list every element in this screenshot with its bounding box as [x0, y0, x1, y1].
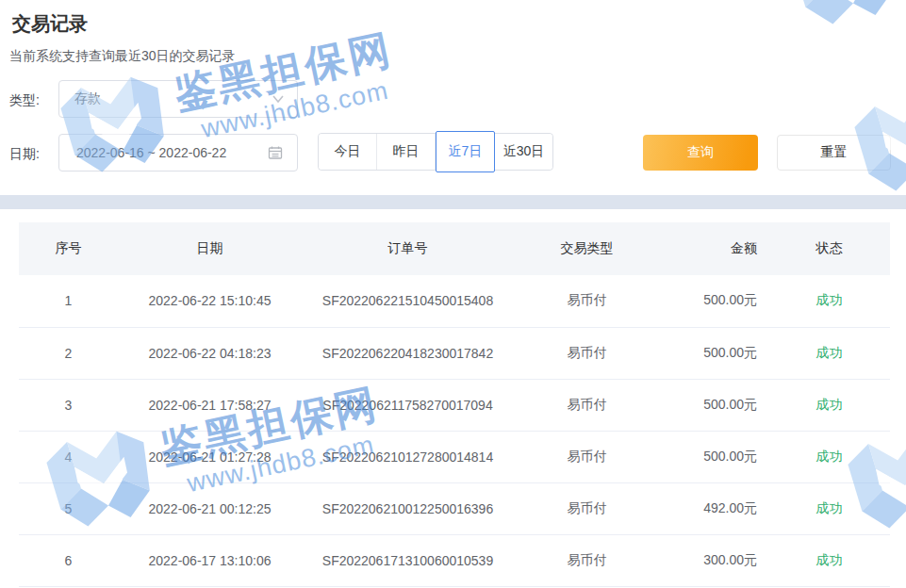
chevron-down-icon: [272, 95, 284, 103]
status-cell: 成功: [768, 534, 890, 586]
table-row: 12022-06-22 15:10:45SF202206221510450015…: [19, 275, 890, 327]
amount-cell: 300.00元: [660, 534, 768, 586]
order-no-cell: SF202206221510450015408: [302, 275, 514, 327]
divider-band: [0, 195, 906, 209]
quick-range-button[interactable]: 近30日: [495, 134, 552, 170]
status-cell: 成功: [768, 482, 890, 534]
order-no-cell: SF202206210127280014814: [302, 431, 514, 482]
status-cell: 成功: [768, 379, 890, 431]
transaction-records-page: 交易记录 当前系统支持查询最近30日的交易记录 类型: 存款 日期: 2022-…: [0, 0, 906, 588]
table-row: 42022-06-21 01:27:28SF202206210127280014…: [19, 431, 890, 482]
date-label: 日期:: [9, 146, 40, 163]
column-header: 序号: [19, 222, 118, 275]
index-cell: 5: [19, 482, 118, 534]
table-row: 52022-06-21 00:12:25SF202206210012250016…: [19, 482, 890, 534]
date-cell: 2022-06-21 00:12:25: [118, 482, 302, 534]
transactions-table: 序号日期订单号交易类型金额状态 12022-06-22 15:10:45SF20…: [19, 222, 890, 587]
date-cell: 2022-06-21 17:58:27: [118, 379, 302, 431]
date-range-input[interactable]: 2022-06-16 ~ 2022-06-22: [58, 134, 298, 172]
table-row: 22022-06-22 04:18:23SF202206220418230017…: [19, 327, 890, 379]
type-label: 类型:: [9, 92, 40, 109]
type-select[interactable]: 存款: [58, 80, 298, 118]
reset-button[interactable]: 重置: [777, 135, 891, 171]
order-no-cell: SF202206220418230017842: [302, 327, 514, 379]
order-no-cell: SF202206171310060010539: [302, 534, 514, 586]
table-row: 32022-06-21 17:58:27SF202206211758270017…: [19, 379, 890, 431]
quick-range-button[interactable]: 今日: [319, 134, 377, 170]
status-cell: 成功: [768, 275, 890, 327]
cube-m-logo-icon: [781, 0, 906, 38]
watermark: 鉴黑担保网 www.jhdb8.com: [844, 33, 906, 204]
amount-cell: 500.00元: [660, 275, 768, 327]
amount-cell: 492.00元: [660, 482, 768, 534]
type-cell: 易币付: [514, 482, 660, 534]
page-subtitle: 当前系统支持查询最近30日的交易记录: [9, 48, 236, 65]
amount-cell: 500.00元: [660, 379, 768, 431]
calendar-icon: [268, 145, 283, 160]
type-cell: 易币付: [514, 275, 660, 327]
date-cell: 2022-06-17 13:10:06: [118, 534, 302, 586]
table-body: 12022-06-22 15:10:45SF202206221510450015…: [19, 275, 890, 586]
status-cell: 成功: [768, 431, 890, 482]
type-cell: 易币付: [514, 379, 660, 431]
table-row: 62022-06-17 13:10:06SF202206171310060010…: [19, 534, 890, 586]
type-select-value: 存款: [74, 90, 101, 107]
type-cell: 易币付: [514, 431, 660, 482]
index-cell: 3: [19, 379, 118, 431]
watermark: 鉴黑担保网 www.jhdb8.com: [781, 0, 906, 38]
column-header: 状态: [768, 222, 890, 275]
column-header: 交易类型: [514, 222, 660, 275]
date-range-value: 2022-06-16 ~ 2022-06-22: [76, 145, 226, 160]
column-header: 金额: [660, 222, 768, 275]
quick-range-button[interactable]: 昨日: [377, 134, 436, 170]
date-cell: 2022-06-22 04:18:23: [118, 327, 302, 379]
index-cell: 2: [19, 327, 118, 379]
order-no-cell: SF202206210012250016396: [302, 482, 514, 534]
quick-range-group: 今日昨日近7日近30日: [318, 133, 553, 171]
index-cell: 4: [19, 431, 118, 482]
table-header-row: 序号日期订单号交易类型金额状态: [19, 222, 890, 275]
index-cell: 1: [19, 275, 118, 327]
amount-cell: 500.00元: [660, 431, 768, 482]
amount-cell: 500.00元: [660, 327, 768, 379]
date-cell: 2022-06-21 01:27:28: [118, 431, 302, 482]
quick-range-button[interactable]: 近7日: [436, 131, 495, 172]
page-title: 交易记录: [12, 11, 88, 37]
order-no-cell: SF202206211758270017094: [302, 379, 514, 431]
type-cell: 易币付: [514, 327, 660, 379]
column-header: 日期: [118, 222, 302, 275]
search-button[interactable]: 查询: [643, 135, 758, 171]
type-cell: 易币付: [514, 534, 660, 586]
index-cell: 6: [19, 534, 118, 586]
status-cell: 成功: [768, 327, 890, 379]
date-cell: 2022-06-22 15:10:45: [118, 275, 302, 327]
column-header: 订单号: [302, 222, 514, 275]
